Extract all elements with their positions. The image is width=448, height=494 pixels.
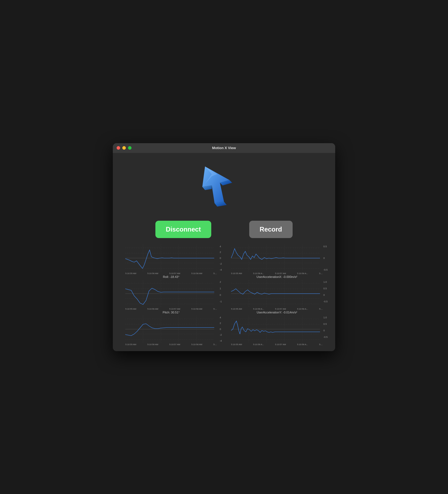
disconnect-button[interactable]: Disconnect — [155, 221, 211, 238]
pitch-label: Pitch: 30.51° — [118, 310, 224, 315]
window-title: Motion X View — [212, 146, 236, 150]
close-button[interactable] — [117, 146, 120, 150]
svg-marker-0 — [202, 166, 229, 203]
app-window: Motion X View — [113, 143, 335, 351]
main-content: Disconnect Record 4 2 0 -2 -4 — [113, 153, 335, 351]
chart-useraccelx2-wrapper: 1.0 0.5 0 -0.5 — [226, 280, 328, 307]
useraccelY-label: UserAccelerationY: -0.014m/s² — [224, 310, 330, 315]
maximize-button[interactable] — [128, 146, 132, 150]
chart-useraccelz-area — [231, 316, 320, 343]
useraccelx2-y-axis: 1.0 0.5 0 -0.5 — [323, 280, 328, 307]
useraccelx-y-axis: 0.5 0 -0.5 — [323, 245, 328, 272]
chart-useraccelx2-area — [231, 280, 320, 307]
useraccelz-y-axis: 1.0 0.5 0 -0.5 — [323, 316, 328, 343]
chart-useraccelx2-container: 1.0 0.5 0 -0.5 — [224, 279, 330, 310]
chart-roll-container: 2 1 0 -1 — [118, 279, 224, 310]
yaw-x-labels: 5:10:55 AM 5:10:56 AM 5:10:57 AM 5:10:58… — [120, 272, 222, 275]
direction-arrow-icon — [197, 161, 251, 215]
useraccelx-chart-svg — [231, 245, 320, 272]
buttons-row: Disconnect Record — [118, 221, 330, 238]
arrow-section — [118, 158, 330, 218]
chart-roll-area — [125, 280, 214, 307]
useraccelx-x-labels: 5:10:55 AM 5:10:56 A... 5:10:57 AM 5:10:… — [226, 272, 328, 275]
useraccelx-label: UserAccelerationX: -0.000m/s² — [224, 275, 330, 279]
chart-yaw-area — [125, 245, 214, 272]
chart-pitch-area — [125, 316, 214, 343]
yaw-y-axis: 4 2 0 -2 -4 — [220, 245, 222, 272]
chart-useraccelx-area — [231, 245, 320, 272]
traffic-lights — [117, 146, 132, 150]
yaw-chart-svg — [125, 245, 214, 272]
chart-yaw-wrapper: 4 2 0 -2 -4 — [120, 245, 222, 272]
useraccelz-chart-svg — [231, 316, 320, 343]
chart-useraccelz-container: 1.0 0.5 0 -0.5 — [224, 315, 330, 346]
roll-label: Roll: -18.43° — [118, 275, 224, 279]
record-button[interactable]: Record — [249, 221, 293, 238]
titlebar: Motion X View — [113, 143, 335, 153]
roll-chart-svg — [125, 280, 214, 307]
charts-grid: 4 2 0 -2 -4 — [118, 243, 330, 346]
chart-pitch-container: 4 2 0 -2 -4 — [118, 315, 224, 346]
minimize-button[interactable] — [122, 146, 126, 150]
roll-y-axis: 2 1 0 -1 — [220, 280, 222, 307]
useraccelx2-chart-svg — [231, 280, 320, 307]
chart-useraccelx-wrapper: 0.5 0 -0.5 — [226, 245, 328, 272]
chart-useraccelx-container: 0.5 0 -0.5 — [224, 243, 330, 275]
chart-pitch-wrapper: 4 2 0 -2 -4 — [120, 316, 222, 343]
roll-x-labels: 5:10:55 AM 5:10:56 AM 5:10:57 AM 5:10:58… — [120, 307, 222, 310]
chart-roll-wrapper: 2 1 0 -1 — [120, 280, 222, 307]
pitch-chart-svg — [125, 316, 214, 343]
useraccelx2-x-labels: 5:10:55 AM 5:10:56 A... 5:10:57 AM 5:10:… — [226, 307, 328, 310]
chart-useraccelz-wrapper: 1.0 0.5 0 -0.5 — [226, 316, 328, 343]
useraccelz-x-labels: 5:10:55 AM 5:10:56 A... 5:10:57 AM 5:10:… — [226, 343, 328, 346]
pitch-x-labels: 5:10:55 AM 5:10:56 AM 5:10:57 AM 5:10:58… — [120, 343, 222, 346]
chart-yaw-container: 4 2 0 -2 -4 — [118, 243, 224, 275]
pitch-y-axis: 4 2 0 -2 -4 — [220, 316, 222, 343]
